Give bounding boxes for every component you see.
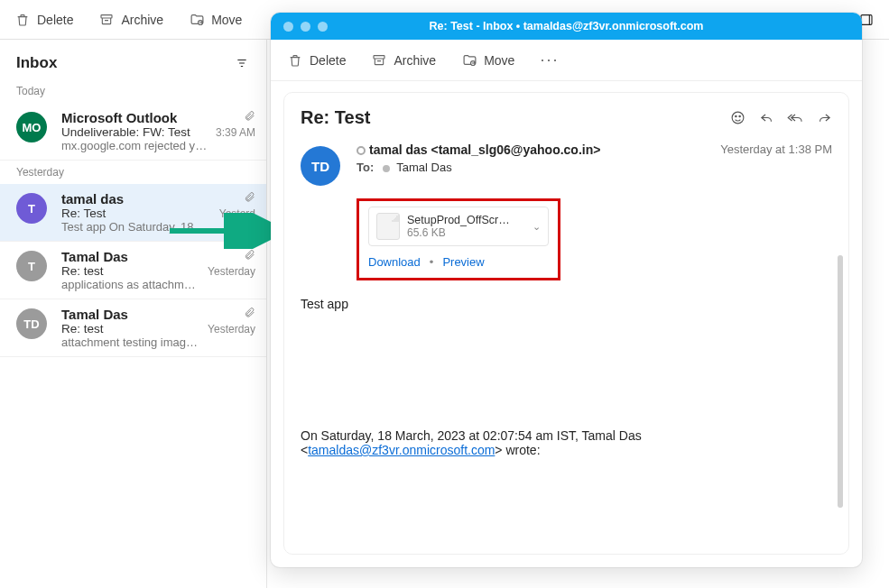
chevron-down-icon[interactable]: ⌄ <box>532 221 541 233</box>
popup-archive-button[interactable]: Archive <box>371 52 436 69</box>
filter-icon[interactable] <box>234 55 250 71</box>
archive-button[interactable]: Archive <box>98 12 163 28</box>
window-zoom-button[interactable] <box>318 22 328 32</box>
sender: Tamal Das <box>61 307 202 322</box>
to-display: Tamal Das <box>396 161 451 174</box>
message-item[interactable]: TD Tamal Das Re: test attachment testing… <box>0 299 266 357</box>
attachment-icon <box>244 307 255 321</box>
to-label: To: <box>357 161 374 174</box>
popup-move-button[interactable]: Move <box>461 52 514 69</box>
subject: Re: test <box>61 322 202 335</box>
svg-rect-2 <box>861 14 872 24</box>
message-window: Re: Test - Inbox • tamaldas@zf3vr.onmicr… <box>271 13 862 567</box>
popup-delete-button[interactable]: Delete <box>287 52 346 69</box>
trash-icon <box>287 52 303 69</box>
message-body: Test app <box>301 297 832 311</box>
more-actions-button[interactable]: ··· <box>540 51 559 69</box>
archive-icon <box>98 12 115 28</box>
preview-link[interactable]: Preview <box>442 255 484 269</box>
scrollbar-thumb[interactable] <box>838 255 843 508</box>
subject: Undeliverable: FW: Test <box>61 125 210 139</box>
titlebar: Re: Test - Inbox • tamaldas@zf3vr.onmicr… <box>271 13 862 40</box>
move-icon <box>189 12 205 28</box>
avatar: TD <box>16 308 47 339</box>
date-group-label: Yesterday <box>0 161 266 184</box>
preview: Test app On Saturday, 18 March, 20… <box>61 220 214 234</box>
move-button[interactable]: Move <box>189 12 242 28</box>
reply-all-icon[interactable] <box>787 110 803 126</box>
attachment-size: 65.6 KB <box>407 226 515 239</box>
folder-title: Inbox <box>16 54 57 72</box>
time: 3:39 AM <box>216 126 255 139</box>
file-icon <box>376 213 400 240</box>
sender: tamal das <box>61 191 214 207</box>
move-label: Move <box>211 13 242 27</box>
attachment-card[interactable]: SetupProd_OffScrub… 65.6 KB ⌄ <box>368 207 549 246</box>
download-link[interactable]: Download <box>368 255 421 269</box>
reading-pane: Re: Test TD tamal das <tamal_slg06@yah <box>283 92 849 555</box>
forward-icon[interactable] <box>816 110 832 126</box>
popup-toolbar: Delete Archive Move ··· <box>271 40 862 81</box>
attachment-icon <box>244 191 255 206</box>
popup-move-label: Move <box>484 53 514 68</box>
move-icon <box>461 52 477 69</box>
delete-button[interactable]: Delete <box>14 12 73 28</box>
avatar: MO <box>16 112 47 142</box>
svg-point-8 <box>738 115 739 116</box>
svg-point-7 <box>735 115 736 116</box>
message-item[interactable]: T Tamal Das Re: test applications as att… <box>0 242 266 299</box>
message-item[interactable]: T tamal das Re: Test Test app On Saturda… <box>0 184 266 242</box>
attachment-highlight: SetupProd_OffScrub… 65.6 KB ⌄ Download •… <box>357 198 560 280</box>
quoted-header: On Saturday, 18 March, 2023 at 02:07:54 … <box>301 428 832 457</box>
svg-rect-4 <box>374 55 384 58</box>
from-display: tamal das <tamal_slg06@yahoo.co.in> <box>369 142 600 157</box>
svg-rect-0 <box>101 14 112 17</box>
sender: Microsoft Outlook <box>61 110 210 125</box>
avatar: T <box>16 251 47 281</box>
popup-delete-label: Delete <box>310 53 346 68</box>
date-group-label: Today <box>0 79 266 103</box>
window-close-button[interactable] <box>283 22 293 32</box>
message-item[interactable]: MO Microsoft Outlook Undeliverable: FW: … <box>0 103 266 161</box>
quoted-email-link[interactable]: tamaldas@zf3vr.onmicrosoft.com <box>308 443 495 457</box>
window-minimize-button[interactable] <box>301 22 310 32</box>
message-list-pane: Inbox Today MO Microsoft Outlook Undeliv… <box>0 40 267 588</box>
window-title: Re: Test - Inbox • tamaldas@zf3vr.onmicr… <box>271 20 862 32</box>
archive-label: Archive <box>121 13 163 27</box>
time: Yesterday <box>208 265 255 278</box>
archive-icon <box>371 52 387 69</box>
presence-icon <box>357 146 366 155</box>
message-subject: Re: Test <box>301 107 370 128</box>
reply-icon[interactable] <box>758 110 774 126</box>
delete-label: Delete <box>37 13 73 27</box>
subject: Re: test <box>61 264 202 278</box>
popup-archive-label: Archive <box>394 53 436 68</box>
attachment-name: SetupProd_OffScrub… <box>407 214 515 226</box>
preview: mx.google.com rejected your messa… <box>61 139 210 152</box>
emoji-icon[interactable] <box>729 110 745 126</box>
time: Yesterday <box>208 323 255 335</box>
time: Yesterd <box>219 207 255 220</box>
trash-icon <box>14 12 31 28</box>
svg-point-6 <box>732 112 744 124</box>
avatar: T <box>16 193 47 224</box>
attachment-icon <box>244 249 255 263</box>
preview: applications as attachments On Sat,… <box>61 278 202 291</box>
sender: Tamal Das <box>61 249 202 264</box>
preview: attachment testing images On Sat,… <box>61 335 202 349</box>
attachment-icon <box>244 110 255 124</box>
presence-icon <box>383 165 390 172</box>
message-time: Yesterday at 1:38 PM <box>720 142 832 186</box>
subject: Re: Test <box>61 207 214 220</box>
separator: • <box>430 255 434 269</box>
sender-avatar: TD <box>301 146 340 186</box>
